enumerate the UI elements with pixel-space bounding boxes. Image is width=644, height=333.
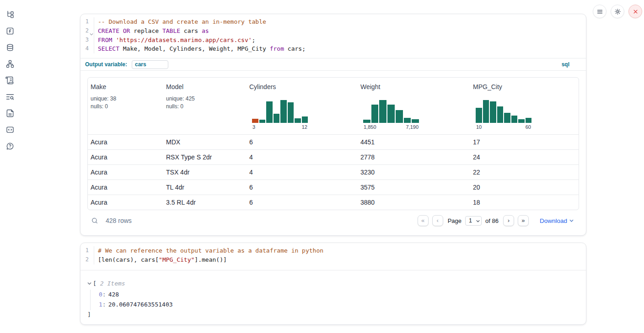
code-line: 1# We can reference the output variable …	[80, 246, 586, 255]
python-code-editor[interactable]: 1# We can reference the output variable …	[80, 243, 586, 270]
open-bracket: [	[93, 280, 97, 287]
table-cell: 4	[247, 153, 358, 161]
histogram-bar	[280, 100, 287, 123]
histogram-bar	[404, 118, 411, 123]
line-number: 4	[80, 44, 94, 53]
table-cell: 18	[470, 199, 579, 206]
items-count: 2 Items	[100, 280, 125, 287]
separator: :	[102, 301, 106, 308]
histogram-bar	[302, 116, 308, 123]
table-cell: 3230	[358, 169, 470, 176]
separator: :	[102, 291, 106, 298]
stat-line: unique: 425	[166, 95, 244, 103]
histogram-axis-labels: 1060	[476, 124, 531, 130]
language-badge: sql	[562, 61, 569, 68]
table-cell: 20	[470, 184, 579, 191]
sql-cell: 1-- Download a CSV and create an in-memo…	[80, 14, 586, 236]
table-row: AcuraMDX6445117	[88, 134, 579, 149]
document-icon[interactable]	[5, 109, 15, 118]
prev-page-button[interactable]: ‹	[432, 215, 443, 226]
python-cell: 1# We can reference the output variable …	[80, 243, 586, 325]
table-cell: 6	[247, 199, 358, 206]
histogram-bar	[476, 108, 482, 123]
code-text: FROM 'https://datasets.marimo.app/cars.c…	[94, 36, 255, 45]
search-icon[interactable]	[91, 217, 98, 224]
code-line: 2CREATE OR replace TABLE cars as	[80, 26, 586, 36]
histogram-bar	[396, 110, 403, 123]
column-stats: unique: 425nulls: 0	[166, 95, 244, 111]
result-table: Makeunique: 38nulls: 0Modelunique: 425nu…	[87, 77, 579, 210]
scroll-icon[interactable]	[5, 76, 15, 85]
histogram: 1060	[476, 100, 531, 130]
left-sidebar	[0, 0, 20, 333]
table-body: AcuraMDX6445117AcuraRSX Type S 2dr427782…	[88, 134, 579, 210]
page-total: of 86	[485, 217, 499, 224]
output-variable-row: Output variable: sql	[80, 58, 586, 71]
histogram-bar	[518, 119, 525, 123]
dependency-graph-icon[interactable]	[5, 59, 15, 69]
histogram: 1,8507,190	[363, 100, 419, 130]
help-chat-icon[interactable]	[5, 142, 15, 151]
column-title: Model	[166, 83, 244, 90]
table-cell: MDX	[163, 138, 247, 146]
stat-line: unique: 38	[91, 95, 161, 103]
column-header[interactable]: Makeunique: 38nulls: 0	[88, 78, 163, 134]
table-cell: 6	[247, 138, 358, 146]
code-text: CREATE OR replace TABLE cars as	[94, 26, 209, 36]
shutdown-button[interactable]	[628, 5, 642, 18]
database-icon[interactable]	[5, 43, 15, 52]
file-tree-icon[interactable]	[5, 10, 15, 19]
histogram-bars	[363, 100, 419, 123]
sql-code-editor[interactable]: 1-- Download a CSV and create an in-memo…	[80, 14, 586, 58]
histogram-bar	[259, 120, 266, 123]
item-index: 0	[99, 291, 102, 298]
column-stats: unique: 38nulls: 0	[91, 95, 161, 111]
histogram-bar	[483, 100, 489, 123]
histogram-bars	[476, 100, 531, 123]
next-page-button[interactable]: ›	[503, 215, 514, 226]
tree-entries: 0:4281:20.060747663551403	[90, 290, 586, 310]
table-cell: Acura	[88, 184, 163, 191]
output-variable-label: Output variable:	[85, 61, 127, 68]
output-variable-input[interactable]	[132, 60, 168, 69]
column-header[interactable]: Modelunique: 425nulls: 0	[163, 78, 247, 134]
menu-button[interactable]	[593, 5, 606, 18]
download-button[interactable]: Download	[540, 217, 574, 224]
column-header[interactable]: Cylinders312	[247, 78, 358, 134]
notebook-controls	[593, 5, 642, 18]
column-header[interactable]: Weight1,8507,190	[358, 78, 470, 134]
histogram-bar	[266, 101, 273, 123]
stat-line: nulls: 0	[166, 103, 244, 111]
histogram-bar	[387, 105, 395, 123]
column-title: Make	[91, 83, 161, 90]
page-select[interactable]: 1	[465, 216, 482, 226]
axis-max-label: 7,190	[406, 124, 419, 130]
code-snippet-icon[interactable]	[5, 125, 15, 134]
page-label: Page	[448, 217, 462, 224]
code-text: -- Download a CSV and create an in-memor…	[94, 17, 266, 26]
histogram-bar	[363, 120, 370, 123]
line-number: 2	[80, 26, 94, 36]
table-cell: 24	[470, 153, 579, 161]
histogram-bar	[252, 119, 258, 123]
function-icon[interactable]	[5, 26, 15, 36]
download-label: Download	[540, 217, 567, 224]
first-page-button[interactable]: «	[418, 215, 429, 226]
list-item: 0:428	[99, 290, 586, 300]
settings-button[interactable]	[611, 5, 624, 18]
menu-icon	[596, 8, 603, 15]
table-cell: RSX Type S 2dr	[163, 153, 247, 161]
close-bracket: ]	[87, 310, 586, 319]
text-search-icon[interactable]	[5, 92, 15, 101]
chevron-down-icon	[569, 219, 574, 222]
axis-min-label: 10	[476, 124, 482, 130]
code-line: 4SELECT Make, Model, Cylinders, Weight, …	[80, 44, 586, 53]
collapse-chevron-icon[interactable]	[87, 282, 91, 285]
last-page-button[interactable]: »	[518, 215, 529, 226]
list-item: 1:20.060747663551403	[99, 300, 586, 310]
column-header[interactable]: MPG_City1060	[470, 78, 579, 134]
table-row: AcuraRSX Type S 2dr4277824	[88, 149, 579, 164]
code-text: # We can reference the output variable a…	[94, 246, 323, 255]
gear-icon	[614, 8, 621, 15]
table-cell: 2778	[358, 153, 470, 161]
